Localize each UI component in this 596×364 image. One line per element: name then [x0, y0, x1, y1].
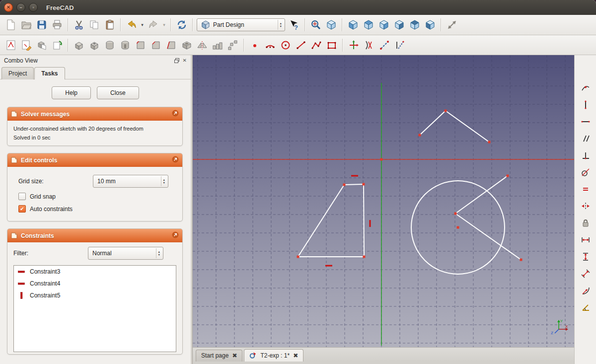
auto-constraints-row[interactable]: ✔ Auto constraints [18, 205, 171, 213]
thickness-button[interactable] [179, 38, 194, 53]
reorient-sketch-button[interactable] [49, 38, 65, 53]
window-close-button[interactable]: ✕ [4, 3, 13, 12]
new-sketch-button[interactable] [3, 38, 18, 53]
fit-all-button[interactable] [308, 17, 323, 32]
combo-view-tabs: Project Tasks [0, 66, 191, 79]
tab-start-page[interactable]: Start page ✖ [196, 350, 242, 362]
trim-edge-button[interactable] [361, 38, 376, 53]
revolution-button[interactable] [102, 38, 117, 53]
list-item-constraint5[interactable]: Constraint5 [14, 290, 176, 301]
solver-messages-header[interactable]: Solver messages [7, 107, 182, 121]
window-maximize-button[interactable]: ▫ [29, 3, 38, 12]
constraint-horizontal-button[interactable] [579, 115, 593, 128]
sketch-arc-button[interactable] [262, 38, 278, 53]
workbench-selector[interactable]: Part Design ▲▼ [197, 18, 285, 31]
constraint-distance-button[interactable] [579, 267, 593, 280]
constraint-angle-button[interactable] [579, 300, 593, 314]
grid-snap-row[interactable]: Grid snap [18, 193, 171, 200]
3d-viewport[interactable]: Y X Z [193, 55, 574, 347]
sketch-polyline-button[interactable] [308, 38, 324, 53]
constraint-lock-button[interactable] [579, 216, 593, 229]
view-bottom-button[interactable] [407, 17, 422, 32]
cut-button[interactable] [71, 17, 86, 32]
draft-button[interactable] [163, 38, 179, 53]
groove-button[interactable] [117, 38, 133, 53]
close-tab-icon[interactable]: ✖ [293, 353, 298, 359]
constraint-distance-y-button[interactable] [579, 250, 593, 263]
edit-sketch-button[interactable] [18, 38, 34, 53]
mirrored-button[interactable] [194, 38, 210, 53]
sketch-line-button[interactable] [293, 38, 308, 53]
copy-button[interactable] [86, 17, 102, 32]
collapse-panel-icon[interactable] [172, 156, 179, 164]
view-front-button[interactable] [345, 17, 361, 32]
paste-button[interactable] [102, 17, 117, 32]
external-geometry-button[interactable] [376, 38, 392, 53]
edit-controls-header[interactable]: Edit controls [7, 153, 182, 167]
constraint-tangent-button[interactable] [579, 165, 593, 179]
construction-mode-button[interactable] [392, 38, 407, 53]
constraint-perpendicular-button[interactable] [579, 148, 593, 162]
close-task-button[interactable]: Close [97, 86, 139, 99]
filter-label: Filter: [13, 250, 88, 257]
list-item-constraint4[interactable]: Constraint4 [14, 278, 176, 290]
view-sketch-button[interactable] [346, 38, 361, 53]
measure-distance-button[interactable] [444, 17, 459, 32]
auto-constraints-checkbox[interactable]: ✔ [18, 205, 26, 213]
constraint-distance-x-button[interactable] [579, 233, 593, 246]
open-document-button[interactable] [18, 17, 34, 32]
save-document-button[interactable] [34, 17, 49, 32]
constraint-parallel-button[interactable] [579, 132, 593, 145]
view-right-button[interactable] [376, 17, 391, 32]
grid-size-select[interactable]: 10 mm ▲▼ [93, 175, 168, 188]
window-minimize-button[interactable]: – [16, 3, 25, 12]
help-button[interactable]: Help [52, 86, 91, 99]
collapse-panel-icon[interactable] [172, 110, 179, 118]
undo-dropdown-arrow[interactable]: ▾ [139, 17, 146, 32]
sketch-point-button[interactable] [247, 38, 262, 53]
close-tab-icon[interactable]: ✖ [232, 353, 237, 359]
constraint-filter-select[interactable]: Normal ▲▼ [88, 247, 163, 260]
constraints-header[interactable]: Constraints [7, 229, 182, 242]
pad-button[interactable] [71, 38, 86, 53]
main-area: Combo View ✕ Project Tasks Help Close So… [0, 55, 596, 364]
view-axonometric-button[interactable] [323, 17, 339, 32]
undo-button[interactable] [124, 17, 139, 32]
tab-project[interactable]: Project [1, 67, 34, 79]
constraint-symmetric-button[interactable] [579, 199, 593, 213]
constraint-vertical-button[interactable] [579, 98, 593, 111]
fillet-button[interactable] [133, 38, 148, 53]
collapse-panel-icon[interactable] [172, 231, 179, 240]
constraint-equal-button[interactable] [579, 182, 593, 196]
view-rear-button[interactable] [391, 17, 407, 32]
sketch-rectangle-button[interactable] [324, 38, 339, 53]
grid-snap-checkbox[interactable] [18, 193, 26, 200]
list-item-constraint3[interactable]: Constraint3 [14, 266, 176, 278]
note-icon [11, 111, 17, 117]
redo-button[interactable] [146, 17, 161, 32]
titlebar[interactable]: ✕ – ▫ FreeCAD [0, 0, 596, 15]
float-panel-icon[interactable] [174, 58, 179, 63]
refresh-button[interactable] [174, 17, 189, 32]
constraint-radius-button[interactable] [579, 284, 593, 297]
pocket-button[interactable] [86, 38, 102, 53]
print-button[interactable] [49, 17, 65, 32]
chamfer-button[interactable] [148, 38, 163, 53]
tab-tasks[interactable]: Tasks [34, 67, 65, 79]
constraint-point-on-object-button[interactable] [579, 81, 593, 94]
constraint-label: Constraint3 [30, 268, 60, 275]
sketch-circle-button[interactable] [278, 38, 293, 53]
view-top-button[interactable] [361, 17, 376, 32]
constraint-list[interactable]: Constraint3 Constraint4 Constraint5 [13, 265, 176, 352]
linear-pattern-button[interactable] [210, 38, 225, 53]
new-document-button[interactable] [3, 17, 18, 32]
whats-this-button[interactable]: ? [286, 17, 301, 32]
map-sketch-button[interactable] [34, 38, 49, 53]
view-left-button[interactable] [422, 17, 438, 32]
axis-z-label: Z [551, 331, 553, 335]
redo-dropdown-arrow[interactable]: ▾ [161, 17, 167, 32]
polar-pattern-button[interactable] [225, 38, 240, 53]
tab-label: T2-exp : 1* [260, 352, 290, 359]
close-panel-icon[interactable]: ✕ [183, 58, 187, 63]
tab-document-t2-exp[interactable]: T2-exp : 1* ✖ [244, 349, 303, 362]
